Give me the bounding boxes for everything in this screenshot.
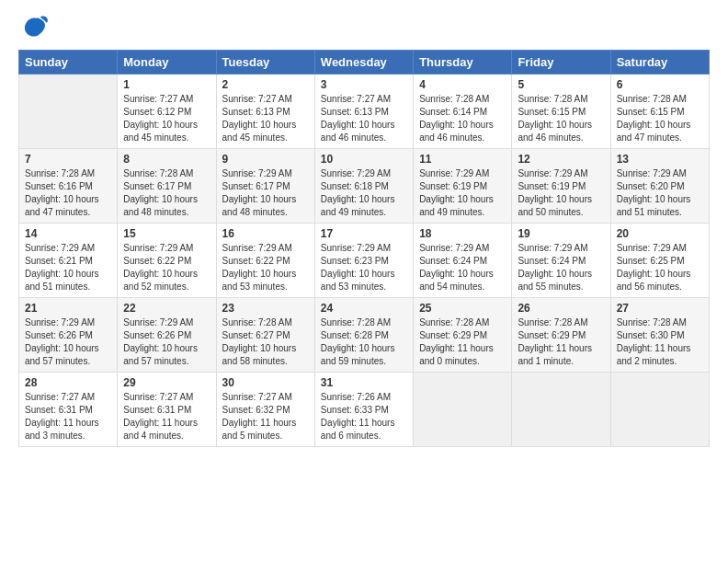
day-number: 7 [25,153,111,166]
calendar-day-cell: 5Sunrise: 7:28 AM Sunset: 6:15 PM Daylig… [512,75,610,149]
day-info: Sunrise: 7:27 AM Sunset: 6:13 PM Dayligh… [321,93,407,144]
weekday-header-tuesday: Tuesday [216,51,314,75]
day-number: 13 [617,153,703,166]
day-info: Sunrise: 7:29 AM Sunset: 6:24 PM Dayligh… [518,242,604,293]
day-info: Sunrise: 7:29 AM Sunset: 6:19 PM Dayligh… [518,167,604,219]
calendar-day-cell: 15Sunrise: 7:29 AM Sunset: 6:22 PM Dayli… [118,224,216,298]
calendar-week-row: 7Sunrise: 7:28 AM Sunset: 6:16 PM Daylig… [19,149,710,224]
weekday-header-sunday: Sunday [19,51,118,75]
weekday-header-thursday: Thursday [414,51,512,75]
day-info: Sunrise: 7:29 AM Sunset: 6:21 PM Dayligh… [25,242,111,293]
day-number: 14 [25,227,111,240]
calendar-day-cell: 26Sunrise: 7:28 AM Sunset: 6:29 PM Dayli… [512,298,610,373]
calendar-day-cell: 9Sunrise: 7:29 AM Sunset: 6:17 PM Daylig… [216,149,314,224]
day-number: 4 [419,78,506,91]
day-info: Sunrise: 7:28 AM Sunset: 6:27 PM Dayligh… [222,316,309,368]
day-info: Sunrise: 7:28 AM Sunset: 6:15 PM Dayligh… [518,93,604,144]
calendar-day-cell: 2Sunrise: 7:27 AM Sunset: 6:13 PM Daylig… [216,75,314,149]
calendar-day-cell: 16Sunrise: 7:29 AM Sunset: 6:22 PM Dayli… [216,224,314,298]
day-info: Sunrise: 7:29 AM Sunset: 6:25 PM Dayligh… [617,242,703,293]
weekday-header-monday: Monday [118,51,216,75]
weekday-header-saturday: Saturday [610,51,709,75]
calendar-day-cell: 10Sunrise: 7:29 AM Sunset: 6:18 PM Dayli… [314,149,413,224]
calendar-day-cell: 18Sunrise: 7:29 AM Sunset: 6:24 PM Dayli… [414,224,512,298]
calendar-day-cell: 3Sunrise: 7:27 AM Sunset: 6:13 PM Daylig… [314,75,413,149]
day-info: Sunrise: 7:27 AM Sunset: 6:12 PM Dayligh… [123,93,210,144]
calendar-day-cell: 7Sunrise: 7:28 AM Sunset: 6:16 PM Daylig… [19,149,118,224]
weekday-header-wednesday: Wednesday [314,51,413,75]
calendar-day-cell: 27Sunrise: 7:28 AM Sunset: 6:30 PM Dayli… [610,298,709,373]
day-number: 11 [419,153,506,166]
day-info: Sunrise: 7:29 AM Sunset: 6:19 PM Dayligh… [419,167,506,219]
day-info: Sunrise: 7:27 AM Sunset: 6:31 PM Dayligh… [25,391,111,442]
day-info: Sunrise: 7:29 AM Sunset: 6:22 PM Dayligh… [123,242,210,293]
calendar-day-cell [512,373,610,447]
calendar-day-cell: 29Sunrise: 7:27 AM Sunset: 6:31 PM Dayli… [118,373,216,447]
calendar-day-cell: 20Sunrise: 7:29 AM Sunset: 6:25 PM Dayli… [610,224,709,298]
day-info: Sunrise: 7:28 AM Sunset: 6:16 PM Dayligh… [25,167,111,219]
day-number: 19 [518,227,604,240]
calendar-day-cell [414,373,512,447]
calendar-day-cell: 14Sunrise: 7:29 AM Sunset: 6:21 PM Dayli… [19,224,118,298]
day-info: Sunrise: 7:27 AM Sunset: 6:13 PM Dayligh… [222,93,309,144]
day-number: 6 [617,78,703,91]
day-number: 25 [419,302,506,315]
day-info: Sunrise: 7:26 AM Sunset: 6:33 PM Dayligh… [321,391,407,442]
day-info: Sunrise: 7:28 AM Sunset: 6:15 PM Dayligh… [617,93,703,144]
calendar-week-row: 14Sunrise: 7:29 AM Sunset: 6:21 PM Dayli… [19,224,710,298]
calendar-day-cell: 22Sunrise: 7:29 AM Sunset: 6:26 PM Dayli… [118,298,216,373]
day-number: 29 [123,376,210,389]
calendar-day-cell: 31Sunrise: 7:26 AM Sunset: 6:33 PM Dayli… [314,373,413,447]
calendar-table: SundayMondayTuesdayWednesdayThursdayFrid… [18,50,710,447]
calendar-week-row: 1Sunrise: 7:27 AM Sunset: 6:12 PM Daylig… [19,75,710,149]
logo-bird-icon [22,15,50,40]
page: SundayMondayTuesdayWednesdayThursdayFrid… [0,0,728,563]
day-info: Sunrise: 7:28 AM Sunset: 6:28 PM Dayligh… [321,316,407,368]
calendar-day-cell: 19Sunrise: 7:29 AM Sunset: 6:24 PM Dayli… [512,224,610,298]
day-number: 18 [419,227,506,240]
calendar-day-cell: 1Sunrise: 7:27 AM Sunset: 6:12 PM Daylig… [118,75,216,149]
calendar-day-cell: 8Sunrise: 7:28 AM Sunset: 6:17 PM Daylig… [118,149,216,224]
day-info: Sunrise: 7:28 AM Sunset: 6:17 PM Dayligh… [123,167,210,219]
calendar-week-row: 28Sunrise: 7:27 AM Sunset: 6:31 PM Dayli… [19,373,710,447]
day-number: 27 [617,302,703,315]
day-number: 24 [321,302,407,315]
day-number: 23 [222,302,309,315]
header [18,15,710,40]
day-number: 30 [222,376,309,389]
day-number: 15 [123,227,210,240]
weekday-header-friday: Friday [512,51,610,75]
day-number: 22 [123,302,210,315]
day-number: 16 [222,227,309,240]
weekday-header-row: SundayMondayTuesdayWednesdayThursdayFrid… [19,51,710,75]
day-number: 31 [321,376,407,389]
day-number: 10 [321,153,407,166]
day-info: Sunrise: 7:29 AM Sunset: 6:22 PM Dayligh… [222,242,309,293]
calendar-day-cell [19,75,118,149]
calendar-day-cell: 23Sunrise: 7:28 AM Sunset: 6:27 PM Dayli… [216,298,314,373]
day-number: 28 [25,376,111,389]
day-number: 5 [518,78,604,91]
logo [18,15,50,40]
day-info: Sunrise: 7:29 AM Sunset: 6:23 PM Dayligh… [321,242,407,293]
day-number: 20 [617,227,703,240]
day-number: 1 [123,78,210,91]
day-number: 3 [321,78,407,91]
calendar-day-cell: 11Sunrise: 7:29 AM Sunset: 6:19 PM Dayli… [414,149,512,224]
day-number: 8 [123,153,210,166]
calendar-day-cell: 12Sunrise: 7:29 AM Sunset: 6:19 PM Dayli… [512,149,610,224]
calendar-day-cell: 21Sunrise: 7:29 AM Sunset: 6:26 PM Dayli… [19,298,118,373]
day-info: Sunrise: 7:29 AM Sunset: 6:24 PM Dayligh… [419,242,506,293]
day-info: Sunrise: 7:28 AM Sunset: 6:30 PM Dayligh… [617,316,703,368]
calendar-day-cell: 13Sunrise: 7:29 AM Sunset: 6:20 PM Dayli… [610,149,709,224]
day-info: Sunrise: 7:29 AM Sunset: 6:17 PM Dayligh… [222,167,309,219]
day-number: 26 [518,302,604,315]
calendar-day-cell: 25Sunrise: 7:28 AM Sunset: 6:29 PM Dayli… [414,298,512,373]
calendar-day-cell: 30Sunrise: 7:27 AM Sunset: 6:32 PM Dayli… [216,373,314,447]
day-number: 12 [518,153,604,166]
calendar-day-cell [610,373,709,447]
calendar-week-row: 21Sunrise: 7:29 AM Sunset: 6:26 PM Dayli… [19,298,710,373]
day-info: Sunrise: 7:27 AM Sunset: 6:32 PM Dayligh… [222,391,309,442]
day-info: Sunrise: 7:28 AM Sunset: 6:29 PM Dayligh… [518,316,604,368]
day-info: Sunrise: 7:29 AM Sunset: 6:20 PM Dayligh… [617,167,703,219]
